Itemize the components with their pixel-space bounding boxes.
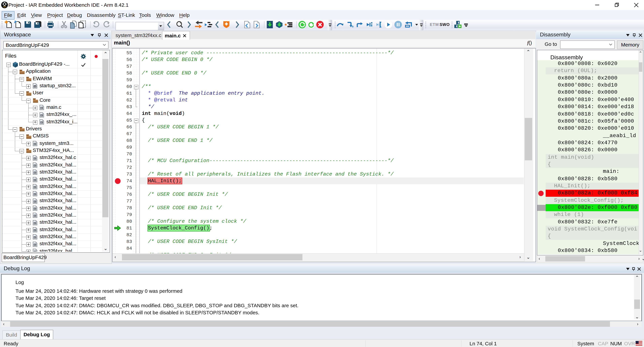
svg-text:c: c <box>34 164 36 167</box>
svg-text:c: c <box>34 222 36 224</box>
svg-text:c: c <box>34 229 36 232</box>
svg-text:c: c <box>34 171 36 174</box>
svg-text:c: c <box>41 114 42 117</box>
svg-text:c: c <box>34 193 36 196</box>
svg-text:c: c <box>34 250 36 252</box>
svg-text:c: c <box>34 236 36 239</box>
svg-text:c: c <box>41 106 42 109</box>
svg-text:c: c <box>34 178 36 182</box>
svg-text:c: c <box>34 157 36 160</box>
svg-text:c: c <box>34 200 36 203</box>
svg-text:c: c <box>34 214 36 217</box>
svg-text:c: c <box>34 186 36 188</box>
svg-text:c: c <box>34 207 36 210</box>
svg-text:a: a <box>34 85 36 88</box>
svg-text:c: c <box>34 142 36 145</box>
svg-text:c: c <box>41 121 42 124</box>
svg-text:c: c <box>34 243 36 246</box>
